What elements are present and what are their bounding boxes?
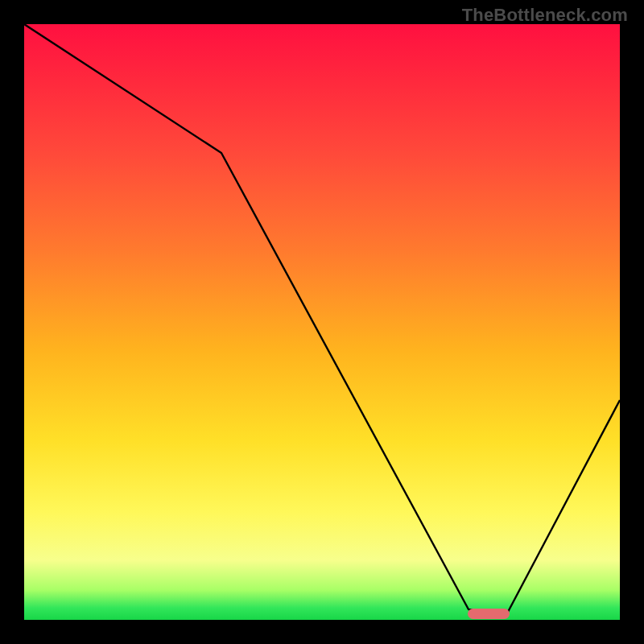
- chart-stage: TheBottleneck.com: [0, 0, 644, 644]
- plot-area: [24, 24, 620, 620]
- bottleneck-curve: [24, 24, 620, 620]
- curve-path: [24, 24, 620, 613]
- watermark-text: TheBottleneck.com: [462, 5, 628, 26]
- optimum-marker: [468, 609, 510, 619]
